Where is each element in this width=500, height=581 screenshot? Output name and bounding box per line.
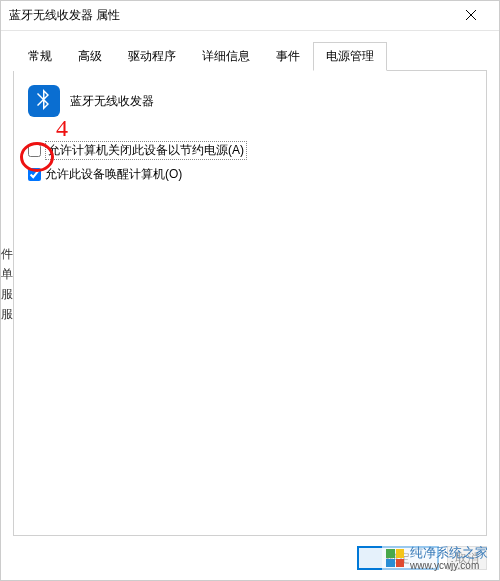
titlebar: 蓝牙无线收发器 属性 — [1, 1, 499, 31]
watermark: 纯净系统之家 www.ycwjy.com — [382, 544, 492, 573]
watermark-logo-icon — [386, 549, 404, 567]
checkbox-allow-wake-label[interactable]: 允许此设备唤醒计算机(O) — [45, 166, 182, 183]
checkbox-allow-wake[interactable]: 允许此设备唤醒计算机(O) — [28, 166, 472, 183]
tab-events[interactable]: 事件 — [263, 42, 313, 71]
close-icon — [466, 9, 476, 23]
properties-dialog: 蓝牙无线收发器 属性 常规 高级 驱动程序 详细信息 事件 电源管理 蓝牙无线收… — [0, 0, 500, 581]
watermark-url: www.ycwjy.com — [410, 560, 488, 571]
tab-advanced[interactable]: 高级 — [65, 42, 115, 71]
tab-details[interactable]: 详细信息 — [189, 42, 263, 71]
close-button[interactable] — [451, 2, 491, 30]
checkbox-allow-power-off[interactable]: 允许计算机关闭此设备以节约电源(A) — [28, 141, 472, 160]
tab-strip: 常规 高级 驱动程序 详细信息 事件 电源管理 — [15, 41, 487, 71]
checkbox-allow-power-off-input[interactable] — [28, 144, 41, 157]
device-name-label: 蓝牙无线收发器 — [70, 93, 154, 110]
watermark-name: 纯净系统之家 — [410, 546, 488, 560]
tab-general[interactable]: 常规 — [15, 42, 65, 71]
tab-panel-power: 蓝牙无线收发器 允许计算机关闭此设备以节约电源(A) 允许此设备唤醒计算机(O) — [13, 71, 487, 536]
checkbox-allow-wake-input[interactable] — [28, 168, 41, 181]
tab-driver[interactable]: 驱动程序 — [115, 42, 189, 71]
content-area: 常规 高级 驱动程序 详细信息 事件 电源管理 蓝牙无线收发器 允许计算机关闭此… — [1, 31, 499, 536]
tab-power-management[interactable]: 电源管理 — [313, 42, 387, 71]
checkbox-allow-power-off-label[interactable]: 允许计算机关闭此设备以节约电源(A) — [45, 141, 247, 160]
bluetooth-icon — [28, 85, 60, 117]
window-title: 蓝牙无线收发器 属性 — [9, 7, 451, 24]
device-header: 蓝牙无线收发器 — [28, 85, 472, 117]
